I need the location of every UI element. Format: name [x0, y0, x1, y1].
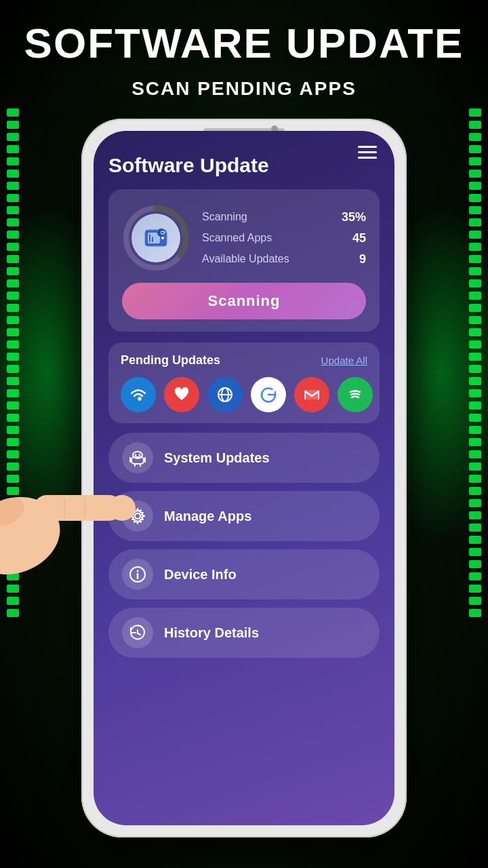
svg-point-4 — [161, 237, 164, 239]
menu-line-1 — [358, 146, 377, 148]
menu-item-system-updates[interactable]: System Updates — [108, 433, 380, 483]
app-icon-spotify[interactable] — [338, 377, 373, 412]
system-updates-label: System Updates — [164, 450, 270, 466]
manage-apps-label: Manage Apps — [164, 509, 251, 524]
pointing-hand — [0, 427, 136, 576]
menu-item-device-info[interactable]: Device Info — [108, 549, 380, 599]
svg-point-31 — [108, 495, 136, 521]
menu-line-2 — [358, 151, 377, 153]
app-title: Software Update — [108, 154, 380, 177]
stat-row-scanning: Scanning 35% — [202, 210, 366, 224]
svg-point-23 — [135, 513, 140, 519]
history-details-icon — [122, 617, 153, 648]
stat-label-updates: Available Updates — [202, 253, 289, 265]
scanning-button[interactable]: Scanning — [122, 283, 366, 319]
phone-screen: Software Update — [94, 131, 394, 825]
menu-line-3 — [358, 157, 377, 159]
svg-rect-35 — [0, 526, 20, 566]
app-icon-heart[interactable] — [164, 377, 199, 412]
green-bars-right — [427, 102, 488, 712]
app-icon-globe[interactable] — [207, 377, 243, 412]
app-icon-gmail[interactable] — [294, 377, 329, 412]
device-info-label: Device Info — [164, 567, 237, 583]
stat-row-updates: Available Updates 9 — [202, 252, 366, 267]
green-bars-left — [0, 102, 61, 712]
menu-item-history-details[interactable]: History Details — [108, 608, 380, 658]
stat-label-scanning: Scanning — [202, 211, 247, 223]
menu-item-manage-apps[interactable]: Manage Apps — [108, 491, 380, 541]
scan-card: Q Scanning 35% Scanned Apps 45 Av — [108, 189, 380, 332]
scan-card-inner: Q Scanning 35% Scanned Apps 45 Av — [122, 204, 366, 272]
svg-rect-6 — [152, 237, 153, 242]
main-subtitle: SCAN PENDING APPS — [0, 78, 488, 100]
svg-rect-12 — [305, 390, 319, 399]
history-details-label: History Details — [164, 625, 259, 641]
stat-label-scanned: Scanned Apps — [202, 232, 272, 244]
stat-value-scanned: 45 — [352, 231, 366, 245]
main-title: SOFTWARE UPDATE — [0, 20, 488, 66]
stat-value-updates: 9 — [359, 252, 366, 267]
history-icon — [129, 624, 146, 642]
svg-text:Q: Q — [159, 231, 165, 235]
update-all-button[interactable]: Update All — [321, 355, 367, 366]
pending-title: Pending Updates — [121, 353, 220, 368]
svg-line-28 — [138, 633, 140, 635]
pending-header: Pending Updates Update All — [121, 353, 367, 368]
scan-stats: Scanning 35% Scanned Apps 45 Available U… — [202, 210, 366, 267]
circular-progress: Q — [122, 204, 190, 272]
app-icon-wifi[interactable] — [121, 377, 156, 412]
device-scan-icon: Q — [142, 224, 169, 252]
svg-point-26 — [137, 570, 139, 572]
stat-value-scanning: 35% — [342, 210, 366, 224]
app-icons-list — [121, 377, 367, 412]
stat-row-scanned: Scanned Apps 45 — [202, 231, 366, 245]
menu-icon[interactable] — [358, 146, 377, 159]
pending-updates-card: Pending Updates Update All — [108, 342, 380, 423]
svg-point-17 — [139, 454, 141, 456]
svg-rect-5 — [149, 234, 150, 242]
app-icon-google[interactable] — [251, 377, 286, 412]
progress-inner: Q — [131, 214, 180, 262]
